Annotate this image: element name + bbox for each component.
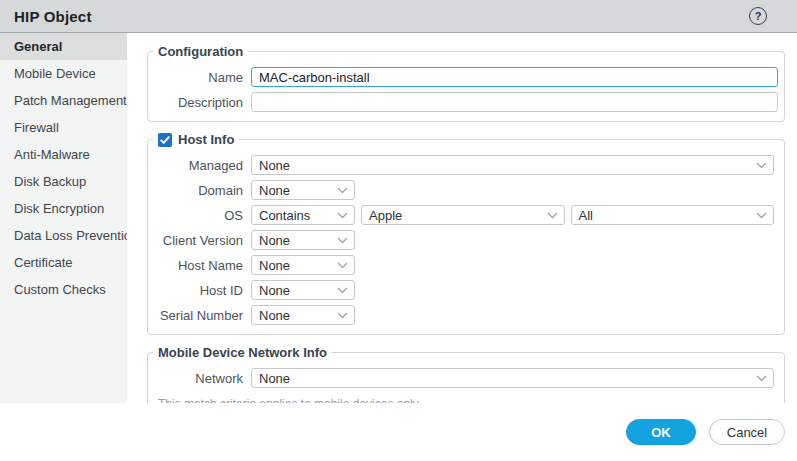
- sidebar-item-certificate[interactable]: Certificate: [0, 249, 127, 276]
- configuration-legend: Configuration: [153, 44, 248, 59]
- chevron-down-icon: [337, 187, 348, 194]
- managed-value: None: [259, 158, 290, 173]
- host-name-row: Host Name None: [148, 255, 784, 275]
- chevron-down-icon: [756, 212, 767, 219]
- description-row: Description: [148, 92, 784, 112]
- os-match-value: Contains: [259, 208, 310, 223]
- dialog-body: General Mobile Device Patch Management F…: [0, 33, 797, 403]
- domain-dropdown[interactable]: None: [251, 180, 355, 200]
- host-id-value: None: [259, 283, 290, 298]
- ok-button[interactable]: OK: [626, 419, 696, 445]
- host-id-row: Host ID None: [148, 280, 784, 300]
- os-row: OS Contains Apple All: [148, 205, 784, 225]
- sidebar: General Mobile Device Patch Management F…: [0, 33, 127, 403]
- network-value: None: [259, 371, 290, 386]
- sidebar-item-data-loss-prevention[interactable]: Data Loss Prevention: [0, 222, 127, 249]
- name-label: Name: [148, 70, 251, 85]
- host-name-value: None: [259, 258, 290, 273]
- host-info-fieldset: Host Info Managed None Domain Non: [147, 132, 785, 335]
- chevron-down-icon: [337, 237, 348, 244]
- serial-number-value: None: [259, 308, 290, 323]
- os-match-dropdown[interactable]: Contains: [251, 205, 355, 225]
- mobile-note: This match criteria applies to mobile de…: [148, 393, 784, 403]
- hip-object-dialog: HIP Object ? General Mobile Device Patch…: [0, 0, 797, 461]
- domain-label: Domain: [148, 183, 251, 198]
- sidebar-item-disk-encryption[interactable]: Disk Encryption: [0, 195, 127, 222]
- network-dropdown[interactable]: None: [251, 368, 774, 388]
- os-vendor-value: Apple: [369, 208, 402, 223]
- dialog-titlebar: HIP Object ?: [0, 0, 797, 33]
- chevron-down-icon: [756, 162, 767, 169]
- domain-row: Domain None: [148, 180, 784, 200]
- serial-number-dropdown[interactable]: None: [251, 305, 355, 325]
- host-info-legend-text: Host Info: [178, 132, 234, 147]
- mobile-network-legend: Mobile Device Network Info: [153, 345, 332, 360]
- serial-number-label: Serial Number: [148, 308, 251, 323]
- dialog-title: HIP Object: [14, 8, 92, 25]
- network-row: Network None: [148, 368, 784, 388]
- description-label: Description: [148, 95, 251, 110]
- managed-label: Managed: [148, 158, 251, 173]
- sidebar-item-firewall[interactable]: Firewall: [0, 114, 127, 141]
- name-input[interactable]: [251, 67, 778, 87]
- mobile-network-fieldset: Mobile Device Network Info Network None …: [147, 345, 785, 403]
- host-id-dropdown[interactable]: None: [251, 280, 355, 300]
- cancel-button[interactable]: Cancel: [709, 419, 785, 445]
- name-row: Name: [148, 67, 784, 87]
- sidebar-item-general[interactable]: General: [0, 33, 127, 60]
- host-name-dropdown[interactable]: None: [251, 255, 355, 275]
- description-input[interactable]: [251, 92, 778, 112]
- client-version-dropdown[interactable]: None: [251, 230, 355, 250]
- chevron-down-icon: [337, 312, 348, 319]
- dialog-footer: OK Cancel: [0, 403, 797, 461]
- host-info-legend: Host Info: [153, 132, 239, 147]
- domain-value: None: [259, 183, 290, 198]
- client-version-label: Client Version: [148, 233, 251, 248]
- chevron-down-icon: [756, 375, 767, 382]
- sidebar-item-custom-checks[interactable]: Custom Checks: [0, 276, 127, 303]
- help-icon[interactable]: ?: [749, 7, 767, 25]
- managed-dropdown[interactable]: None: [251, 155, 774, 175]
- chevron-down-icon: [337, 262, 348, 269]
- chevron-down-icon: [337, 287, 348, 294]
- sidebar-item-mobile-device[interactable]: Mobile Device: [0, 60, 127, 87]
- checkmark-icon: [160, 135, 170, 145]
- sidebar-item-patch-management[interactable]: Patch Management: [0, 87, 127, 114]
- os-version-value: All: [579, 208, 593, 223]
- chevron-down-icon: [547, 212, 558, 219]
- serial-number-row: Serial Number None: [148, 305, 784, 325]
- os-label: OS: [148, 208, 251, 223]
- network-label: Network: [148, 371, 251, 386]
- chevron-down-icon: [337, 212, 348, 219]
- managed-row: Managed None: [148, 155, 784, 175]
- client-version-value: None: [259, 233, 290, 248]
- host-info-checkbox[interactable]: [158, 133, 172, 147]
- host-id-label: Host ID: [148, 283, 251, 298]
- os-vendor-dropdown[interactable]: Apple: [361, 205, 565, 225]
- general-panel: Configuration Name Description: [127, 33, 797, 403]
- client-version-row: Client Version None: [148, 230, 784, 250]
- os-version-dropdown[interactable]: All: [571, 205, 775, 225]
- host-name-label: Host Name: [148, 258, 251, 273]
- configuration-fieldset: Configuration Name Description: [147, 44, 785, 122]
- sidebar-item-anti-malware[interactable]: Anti-Malware: [0, 141, 127, 168]
- sidebar-item-disk-backup[interactable]: Disk Backup: [0, 168, 127, 195]
